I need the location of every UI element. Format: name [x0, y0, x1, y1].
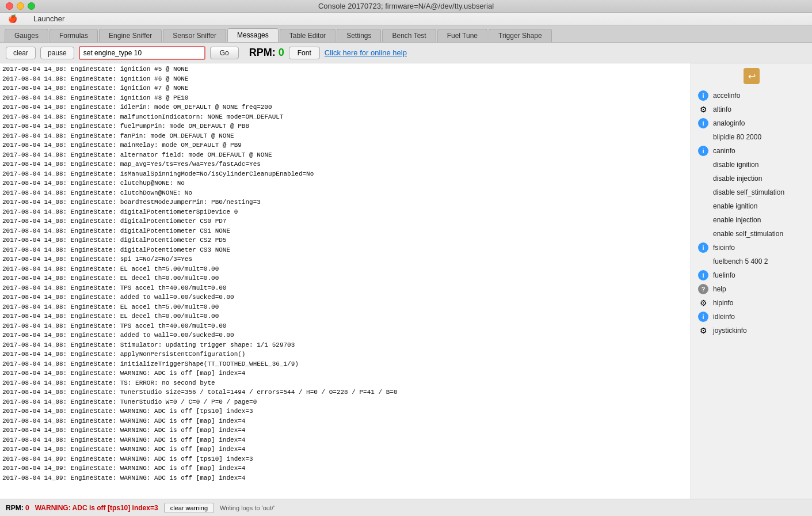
sidebar-item[interactable]: ⚙altinfo [691, 103, 812, 116]
sidebar-item-label: analoginfo [713, 119, 745, 127]
sidebar-item[interactable]: fuelbench 5 400 2 [691, 255, 812, 268]
info-icon: i [698, 146, 708, 156]
sidebar-item[interactable]: iidleinfo [691, 310, 812, 324]
tab-bar: Gauges Formulas Engine Sniffer Sensor Sn… [0, 25, 812, 43]
font-button[interactable]: Font [289, 47, 320, 59]
sidebar-item-label: accelinfo [713, 92, 740, 100]
console-line: 2017-08-04 14_08: EngineState: idlePin: … [2, 103, 688, 112]
console-line: 2017-08-04 14_08: EngineState: clutchUp@… [2, 179, 688, 188]
clear-button[interactable]: clear [6, 47, 36, 59]
tab-trigger-shape[interactable]: Trigger Shape [489, 29, 552, 42]
console-area[interactable]: 2017-08-04 14_08: EngineState: ignition … [0, 63, 691, 499]
menu-app[interactable]: Launcher [30, 13, 68, 24]
online-help-link[interactable]: Click here for online help [325, 48, 407, 57]
console-line: 2017-08-04 14_08: EngineState: TS: ERROR… [2, 378, 688, 388]
back-icon[interactable]: ↩ [744, 68, 760, 84]
icon-spacer [698, 173, 708, 184]
pause-button[interactable]: pause [40, 47, 74, 59]
tab-table-editor[interactable]: Table Editor [280, 29, 336, 42]
sidebar-item[interactable]: enable self_stimulation [691, 227, 812, 241]
icon-spacer [698, 187, 708, 198]
console-line: 2017-08-04 14_08: EngineState: EL accel … [2, 302, 688, 312]
sidebar-item[interactable]: enable ignition [691, 199, 812, 213]
console-line: 2017-08-04 14_08: EngineState: mainRelay… [2, 141, 688, 150]
tab-messages[interactable]: Messages [227, 28, 279, 42]
sidebar-item[interactable]: ?help [691, 282, 812, 296]
toolbar: clear pause Go RPM: 0 Font Click here fo… [0, 43, 812, 63]
sidebar-item[interactable]: iaccelinfo [691, 89, 812, 103]
sidebar-item-label: fuelinfo [713, 271, 735, 279]
go-button[interactable]: Go [210, 47, 239, 59]
console-line: 2017-08-04 14_08: EngineState: EL decel … [2, 274, 688, 283]
console-line: 2017-08-04 14_08: EngineState: fuelPumpP… [2, 122, 688, 131]
console-line: 2017-08-04 14_08: EngineState: digitalPo… [2, 245, 688, 255]
minimize-button[interactable] [17, 2, 24, 10]
sidebar-item[interactable]: ifuelinfo [691, 268, 812, 282]
console-line: 2017-08-04 14_08: EngineState: ignition … [2, 93, 688, 103]
tab-bench-test[interactable]: Bench Test [382, 29, 436, 42]
tab-settings[interactable]: Settings [337, 29, 381, 42]
console-line: 2017-08-04 14_08: EngineState: added to … [2, 331, 688, 340]
sidebar-item-label: blipidle 80 2000 [713, 133, 761, 141]
console-line: 2017-08-04 14_08: EngineState: initializ… [2, 359, 688, 369]
sidebar-item-label: disable ignition [713, 161, 758, 169]
sidebar-item[interactable]: disable injection [691, 172, 812, 185]
info-icon: i [698, 90, 708, 101]
sidebar-item-label: fuelbench 5 400 2 [713, 257, 768, 265]
right-sidebar: ↩ iaccelinfo⚙altinfoianaloginfoblipidle … [691, 63, 812, 499]
tab-engine-sniffer[interactable]: Engine Sniffer [99, 29, 162, 42]
rpm-value: 0 [279, 47, 284, 58]
console-line: 2017-08-04 14_08: EngineState: TunerStud… [2, 388, 688, 397]
info-icon: i [698, 242, 708, 253]
sidebar-item[interactable]: ⚙joystickinfo [691, 324, 812, 337]
console-line: 2017-08-04 14_08: EngineState: digitalPo… [2, 226, 688, 236]
window-title: Console 20170723; firmware=N/A@/dev/tty.… [318, 2, 494, 10]
sidebar-item[interactable]: enable injection [691, 213, 812, 227]
gear-icon: ⚙ [698, 104, 708, 115]
console-line: 2017-08-04 14_08: EngineState: digitalPo… [2, 207, 688, 217]
console-line: 2017-08-04 14_08: EngineState: clutchDow… [2, 188, 688, 198]
icon-spacer [698, 132, 708, 142]
tab-sensor-sniffer[interactable]: Sensor Sniffer [163, 29, 226, 42]
tab-gauges[interactable]: Gauges [5, 29, 48, 42]
maximize-button[interactable] [28, 2, 35, 10]
console-line: 2017-08-04 14_08: EngineState: TunerStud… [2, 397, 688, 407]
main-content: 2017-08-04 14_08: EngineState: ignition … [0, 63, 812, 499]
tab-formulas[interactable]: Formulas [49, 29, 98, 42]
icon-spacer [698, 160, 708, 170]
console-line: 2017-08-04 14_08: EngineState: added to … [2, 293, 688, 302]
sidebar-item[interactable]: ⚙hipinfo [691, 296, 812, 310]
command-input[interactable] [79, 46, 205, 60]
console-line: 2017-08-04 14_08: EngineState: digitalPo… [2, 236, 688, 245]
tab-fuel-tune[interactable]: Fuel Tune [437, 29, 487, 42]
window-controls[interactable] [6, 2, 35, 10]
question-icon: ? [698, 284, 708, 294]
console-line: 2017-08-04 14_08: EngineState: EL decel … [2, 312, 688, 321]
sidebar-item[interactable]: disable ignition [691, 158, 812, 172]
sidebar-item[interactable]: ifsioinfo [691, 241, 812, 255]
console-line: 2017-08-04 14_08: EngineState: WARNING: … [2, 426, 688, 435]
close-button[interactable] [6, 2, 13, 10]
console-line: 2017-08-04 14_09: EngineState: WARNING: … [2, 454, 688, 464]
console-line: 2017-08-04 14_08: EngineState: ignition … [2, 74, 688, 84]
console-line: 2017-08-04 14_08: EngineState: ignition … [2, 84, 688, 93]
sidebar-item-label: idleinfo [713, 313, 735, 321]
info-icon: i [698, 270, 708, 280]
menu-launcher[interactable]: 🍎 [5, 13, 21, 24]
sidebar-item[interactable]: blipidle 80 2000 [691, 130, 812, 144]
sidebar-item[interactable]: icaninfo [691, 144, 812, 158]
sidebar-item-label: altinfo [713, 105, 731, 113]
sidebar-item[interactable]: disable self_stimulation [691, 185, 812, 199]
clear-warning-button[interactable]: clear warning [164, 503, 214, 513]
console-line: 2017-08-04 14_08: EngineState: EL accel … [2, 264, 688, 274]
sidebar-item-label: enable injection [713, 216, 761, 224]
console-line: 2017-08-04 14_09: EngineState: WARNING: … [2, 473, 688, 483]
console-line: 2017-08-04 14_08: EngineState: map_avg=Y… [2, 160, 688, 169]
sidebar-item[interactable]: ianaloginfo [691, 116, 812, 130]
icon-spacer [698, 256, 708, 267]
rpm-display: RPM: 0 [249, 47, 284, 59]
gear-icon: ⚙ [698, 298, 708, 308]
sidebar-item-label: enable ignition [713, 202, 757, 210]
console-line: 2017-08-04 14_08: EngineState: digitalPo… [2, 217, 688, 226]
gear-icon: ⚙ [698, 325, 708, 336]
